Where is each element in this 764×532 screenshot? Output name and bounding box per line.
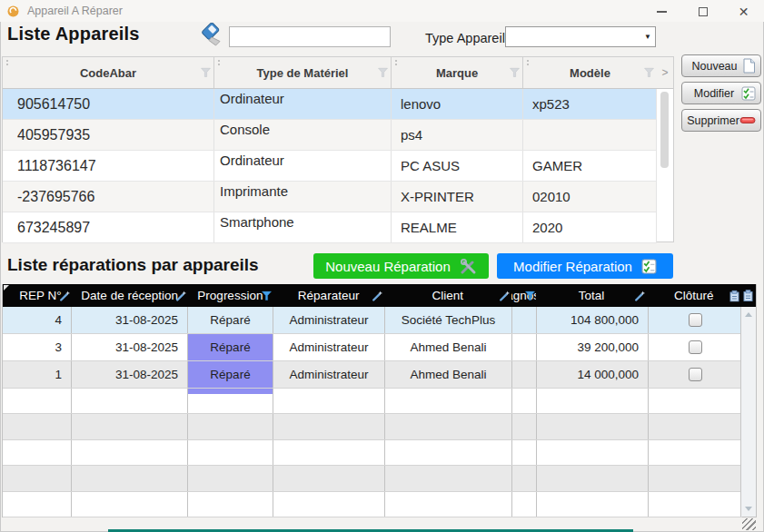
- cell-code-abar: 1118736147: [3, 151, 214, 181]
- search-wand-icon[interactable]: [634, 290, 646, 301]
- column-header-mod-le[interactable]: Modèle: [523, 57, 657, 88]
- column-label: Date de réception: [81, 289, 178, 302]
- column-header-client[interactable]: Client: [384, 284, 511, 307]
- scroll-down-icon[interactable]: [745, 507, 752, 511]
- chevron-down-icon: ▼: [640, 33, 655, 41]
- scrollbar-thumb[interactable]: [660, 92, 669, 168]
- cloture-checkbox[interactable]: [689, 368, 702, 381]
- close-button[interactable]: ✕: [723, 0, 764, 24]
- appareil-row[interactable]: 905614750Ordinateurlenovoxp523: [3, 89, 657, 120]
- appareils-grid-body: 905614750Ordinateurlenovoxp523405957935C…: [3, 89, 657, 243]
- reparation-row[interactable]: 131-08-2025RéparéAdministrateurAhmed Ben…: [3, 361, 742, 389]
- grid-filter-corner[interactable]: [3, 284, 9, 307]
- filter-funnel-icon[interactable]: [644, 68, 654, 78]
- cell-type-materiel: Ordinateur: [214, 151, 392, 181]
- search-wand-icon[interactable]: [175, 290, 187, 301]
- column-header-date-de-r-ception[interactable]: Date de réception: [72, 284, 188, 307]
- scroll-up-icon[interactable]: [745, 312, 752, 317]
- empty-row[interactable]: [3, 414, 742, 439]
- empty-cell: [3, 492, 72, 517]
- empty-cell: [385, 492, 512, 517]
- filter-funnel-icon[interactable]: [525, 291, 535, 300]
- reparation-row[interactable]: 431-08-2025RéparéAdministrateurSociété T…: [3, 307, 742, 334]
- reparations-heading: Liste réparations par appareils: [7, 255, 259, 275]
- modifier-reparation-button[interactable]: Modifier Réparation: [497, 253, 673, 279]
- appareil-row[interactable]: 673245897SmartphoneREALME2020: [3, 212, 657, 243]
- clipboard-icon[interactable]: [729, 290, 739, 301]
- filter-funnel-icon[interactable]: [378, 68, 388, 78]
- column-label: Progression: [197, 289, 263, 302]
- cell-rep-no: 3: [3, 334, 72, 360]
- cell-rep-no: 4: [3, 307, 72, 333]
- modifier-button[interactable]: Modifier: [681, 82, 761, 104]
- nouveau-reparation-button[interactable]: Nouveau Réparation: [313, 253, 489, 279]
- empty-cell: [512, 414, 537, 438]
- cell-type-materiel: Imprimante: [214, 182, 392, 212]
- filter-funnel-icon[interactable]: [262, 291, 272, 300]
- empty-cell: [512, 440, 537, 465]
- button-label: Supprimer: [687, 114, 739, 127]
- empty-cell: [649, 466, 742, 490]
- appareils-grid-scrollbar[interactable]: [656, 89, 673, 241]
- minimize-button[interactable]: [641, 0, 682, 24]
- empty-row[interactable]: [3, 440, 742, 466]
- nouveau-reparation-label: Nouveau Réparation: [325, 259, 451, 274]
- empty-cell: [273, 414, 385, 438]
- column-header-type-de-mat-riel[interactable]: Type de Matériel: [214, 57, 392, 88]
- empty-row[interactable]: [3, 389, 742, 414]
- titlebar: Appareil A Réparer ✕: [0, 0, 764, 22]
- filter-funnel-icon[interactable]: [201, 68, 211, 78]
- column-label: Marque: [436, 66, 478, 80]
- column-header-r-parateur[interactable]: Réparateur: [273, 284, 384, 307]
- drag-handle-icon: [527, 60, 529, 62]
- close-icon: ✕: [739, 5, 749, 18]
- drag-handle-icon: [395, 60, 397, 62]
- barcode-scanner-icon: [198, 23, 225, 52]
- cell-marque: lenovo: [392, 89, 523, 119]
- empty-cell: [3, 389, 72, 413]
- column-header-marque[interactable]: Marque: [392, 57, 523, 88]
- maximize-button[interactable]: [682, 0, 723, 24]
- nouveau-button[interactable]: Nouveau: [681, 54, 761, 77]
- column-header-total[interactable]: Total: [536, 284, 648, 307]
- appareil-row[interactable]: 1118736147OrdinateurPC ASUSGAMER: [3, 151, 657, 182]
- cell-modele: 02010: [523, 182, 657, 212]
- resize-grip[interactable]: [742, 518, 756, 530]
- delete-minus-icon: [739, 116, 756, 124]
- grid-options-corner[interactable]: [740, 284, 756, 307]
- empty-cell: [385, 389, 512, 413]
- column-header-codeabar[interactable]: CodeAbar: [3, 57, 214, 88]
- appareil-row[interactable]: -237695766ImprimanteX-PRINTER02010: [3, 182, 657, 212]
- cell-date-reception: 31-08-2025: [72, 361, 188, 388]
- reparations-grid-body: 431-08-2025RéparéAdministrateurSociété T…: [3, 307, 742, 517]
- more-columns-indicator[interactable]: >: [657, 57, 673, 88]
- empty-row[interactable]: [3, 466, 742, 491]
- appareil-row[interactable]: 405957935Consoleps4: [3, 120, 657, 151]
- column-header-progression[interactable]: Progression: [188, 284, 273, 307]
- column-header-rep-n[interactable]: REP N°: [9, 284, 72, 307]
- column-header-diagnostic[interactable]: Diagnostic: [511, 284, 536, 307]
- window-title: Appareil A Réparer: [27, 5, 123, 17]
- column-label: Total: [579, 289, 605, 302]
- cell-marque: PC ASUS: [392, 151, 523, 181]
- search-wand-icon[interactable]: [372, 290, 383, 301]
- cloture-checkbox[interactable]: [689, 340, 702, 354]
- reparations-grid: REP N°Date de réceptionProgressionRépara…: [2, 284, 757, 517]
- empty-cell: [649, 389, 742, 413]
- reparation-row[interactable]: 331-08-2025RéparéAdministrateurAhmed Ben…: [3, 334, 742, 361]
- cell-type-materiel: Smartphone: [214, 212, 392, 242]
- search-wand-icon[interactable]: [59, 290, 71, 301]
- cloture-checkbox[interactable]: [689, 313, 702, 327]
- search-wand-icon[interactable]: [499, 290, 511, 301]
- type-appareil-select[interactable]: ▼: [505, 26, 656, 47]
- cell-date-reception: 31-08-2025: [72, 307, 188, 333]
- filter-funnel-icon[interactable]: [510, 68, 520, 78]
- cell-code-abar: 905614750: [3, 89, 214, 119]
- reparations-grid-scrollbar[interactable]: [740, 307, 756, 517]
- supprimer-button[interactable]: Supprimer: [681, 109, 761, 132]
- drag-handle-icon: [6, 60, 8, 62]
- column-header-cl-tur[interactable]: Clôturé: [647, 284, 740, 307]
- empty-row[interactable]: [3, 492, 742, 517]
- cell-client: Société TechPlus: [385, 307, 512, 333]
- search-input[interactable]: [229, 26, 391, 47]
